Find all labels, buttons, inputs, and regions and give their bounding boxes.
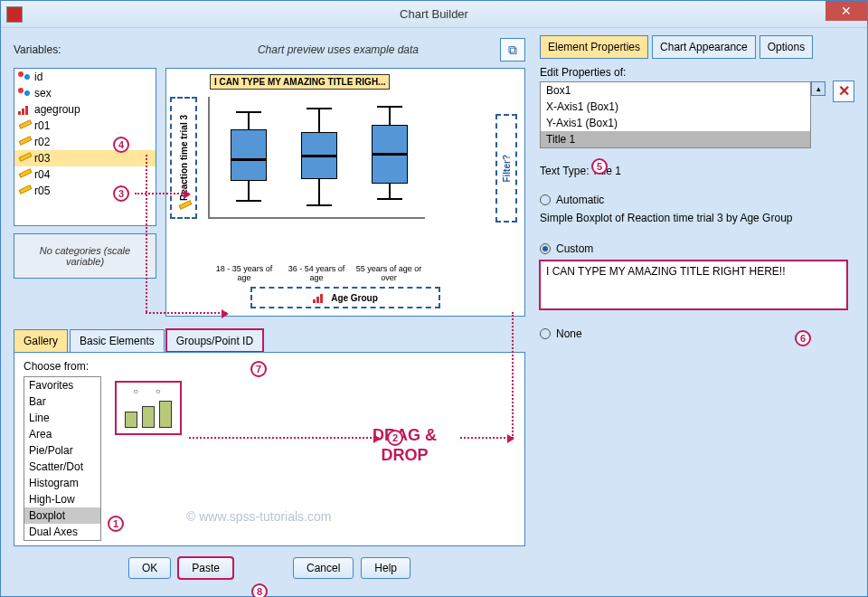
tab-basic-elements[interactable]: Basic Elements bbox=[70, 329, 165, 352]
ok-button[interactable]: OK bbox=[128, 557, 171, 579]
variable-r02[interactable]: r02 bbox=[14, 134, 156, 150]
gallery-panel: Choose from: FavoritesBarLineAreaPie/Pol… bbox=[14, 352, 525, 546]
cancel-button[interactable]: Cancel bbox=[293, 557, 354, 579]
callout-3: 3 bbox=[113, 185, 129, 202]
nominal-icon bbox=[18, 88, 31, 99]
scale-icon bbox=[178, 201, 191, 212]
annotation-line bbox=[146, 155, 147, 312]
radio-icon bbox=[540, 328, 551, 339]
help-button[interactable]: Help bbox=[361, 557, 410, 579]
chart-type-favorites[interactable]: Favorites bbox=[24, 377, 100, 393]
app-icon bbox=[6, 6, 23, 23]
x-axis-label: Age Group bbox=[331, 293, 378, 303]
variable-id[interactable]: id bbox=[14, 69, 156, 85]
annotation-line bbox=[189, 437, 379, 439]
gallery-tabs: Gallery Basic Elements Groups/Point ID bbox=[14, 329, 525, 352]
variable-r04[interactable]: r04 bbox=[14, 166, 156, 183]
chart-type-scatter-dot[interactable]: Scatter/Dot bbox=[24, 459, 100, 475]
drag-drop-annotation: DRAG &DROP bbox=[373, 426, 437, 465]
delete-button[interactable]: ✕ bbox=[833, 81, 854, 102]
radio-custom[interactable]: Custom bbox=[540, 242, 858, 255]
variable-sex[interactable]: sex bbox=[14, 85, 156, 101]
callout-1: 1 bbox=[108, 516, 124, 532]
boxplot-area bbox=[208, 97, 425, 219]
variable-agegroup[interactable]: agegroup bbox=[14, 101, 156, 118]
chart-type-histogram[interactable]: Histogram bbox=[24, 475, 100, 491]
popout-icon[interactable]: ⧉ bbox=[500, 38, 525, 62]
chart-title[interactable]: I CAN TYPE MY AMAZING TITLE RIGH... bbox=[210, 74, 390, 90]
nominal-icon bbox=[18, 71, 31, 82]
window-title: Chart Builder bbox=[400, 7, 468, 21]
properties-list[interactable]: Box1X-Axis1 (Box1)Y-Axis1 (Box1)Title 1 bbox=[540, 81, 811, 148]
y-axis-dropzone[interactable]: Reaction time trial 3 bbox=[170, 97, 197, 219]
callout-7: 7 bbox=[250, 361, 267, 377]
paste-button[interactable]: Paste bbox=[178, 557, 233, 579]
chart-type-bar[interactable]: Bar bbox=[24, 393, 100, 410]
variable-r05[interactable]: r05 bbox=[14, 183, 156, 199]
radio-icon bbox=[540, 243, 551, 254]
variable-r01[interactable]: r01 bbox=[14, 118, 156, 134]
callout-6: 6 bbox=[795, 330, 811, 346]
x-tick-labels: 18 - 35 years of age36 - 54 years of age… bbox=[208, 264, 425, 282]
scroll-up-icon[interactable]: ▴ bbox=[811, 81, 826, 96]
close-button[interactable]: ✕ bbox=[826, 1, 867, 21]
chart-type-high-low[interactable]: High-Low bbox=[24, 491, 100, 507]
filter-dropzone[interactable]: Filter? bbox=[495, 114, 517, 223]
variables-list[interactable]: idsexagegroupr01r02r03r04r05 bbox=[14, 68, 156, 226]
callout-8: 8 bbox=[251, 583, 268, 597]
chart-type-pie-polar[interactable]: Pie/Polar bbox=[24, 442, 100, 459]
prop-item[interactable]: X-Axis1 (Box1) bbox=[541, 99, 810, 115]
prop-item[interactable]: Box1 bbox=[541, 82, 810, 99]
scale-icon bbox=[18, 120, 31, 131]
chart-preview[interactable]: I CAN TYPE MY AMAZING TITLE RIGH... Reac… bbox=[165, 68, 525, 317]
ordinal-icon bbox=[18, 104, 31, 115]
radio-automatic[interactable]: Automatic bbox=[540, 194, 858, 206]
radio-icon bbox=[540, 194, 551, 205]
y-axis-label: Reaction time trial 3 bbox=[179, 115, 189, 201]
titlebar: Chart Builder ✕ bbox=[1, 1, 867, 28]
chart-type-dual-axes[interactable]: Dual Axes bbox=[24, 524, 100, 540]
text-type-label: Text Type: Title 1 bbox=[540, 165, 858, 177]
chart-type-line[interactable]: Line bbox=[24, 410, 100, 426]
ordinal-icon bbox=[313, 292, 326, 303]
dialog-buttons: OK Paste Cancel Help bbox=[14, 557, 525, 579]
annotation-line bbox=[512, 312, 514, 439]
callout-4: 4 bbox=[113, 137, 129, 153]
tab-groups-point-id[interactable]: Groups/Point ID bbox=[166, 329, 263, 352]
automatic-title-text: Simple Boxplot of Reaction time trial 3 … bbox=[540, 212, 858, 224]
scale-icon bbox=[18, 153, 31, 164]
chart-builder-window: Chart Builder ✕ Variables: Chart preview… bbox=[0, 0, 868, 597]
callout-2: 2 bbox=[387, 430, 403, 446]
variable-r03[interactable]: r03 bbox=[14, 150, 156, 166]
edit-properties-label: Edit Properties of: bbox=[540, 66, 858, 79]
chart-type-area[interactable]: Area bbox=[24, 426, 100, 442]
prop-item[interactable]: Y-Axis1 (Box1) bbox=[541, 115, 810, 131]
scale-icon bbox=[18, 137, 31, 147]
annotation-arrow bbox=[146, 312, 227, 314]
choose-from-label: Choose from: bbox=[24, 360, 515, 373]
scale-icon bbox=[18, 185, 31, 196]
annotation-line bbox=[460, 437, 513, 439]
tab-gallery[interactable]: Gallery bbox=[14, 329, 68, 352]
tab-chart-appearance[interactable]: Chart Appearance bbox=[652, 35, 756, 59]
x-axis-dropzone[interactable]: Age Group bbox=[250, 287, 440, 308]
preview-label: Chart preview uses example data bbox=[176, 43, 500, 56]
custom-title-input[interactable]: I CAN TYPE MY AMAZING TITLE RIGHT HERE!! bbox=[540, 261, 847, 309]
no-categories-box: No categories (scale variable) bbox=[14, 233, 156, 279]
tab-options[interactable]: Options bbox=[760, 35, 813, 59]
watermark: © www.spss-tutorials.com bbox=[186, 509, 331, 524]
prop-item[interactable]: Title 1 bbox=[541, 131, 810, 147]
boxplot-thumbnail[interactable] bbox=[116, 382, 181, 434]
scale-icon bbox=[18, 169, 31, 180]
variables-label: Variables: bbox=[14, 43, 176, 56]
chart-type-boxplot[interactable]: Boxplot bbox=[24, 507, 100, 524]
right-tabs: Element Properties Chart Appearance Opti… bbox=[540, 35, 858, 59]
tab-element-properties[interactable]: Element Properties bbox=[540, 35, 648, 59]
annotation-arrow bbox=[135, 193, 189, 194]
chart-type-list[interactable]: FavoritesBarLineAreaPie/PolarScatter/Dot… bbox=[24, 376, 101, 541]
callout-5: 5 bbox=[591, 158, 608, 175]
